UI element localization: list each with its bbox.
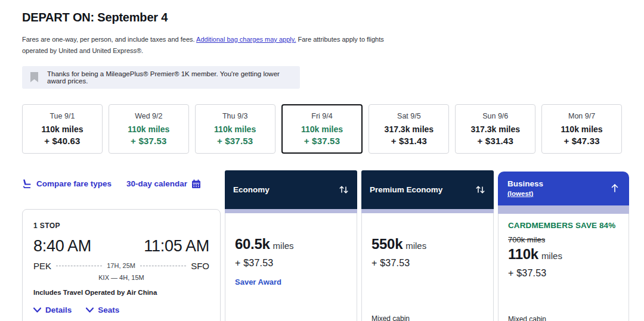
economy-accent-strip xyxy=(225,209,357,213)
date-card-price: + $37.53 xyxy=(109,136,188,146)
date-card-miles: 110k miles xyxy=(283,124,362,134)
date-card-price: + $47.33 xyxy=(542,136,621,146)
depart-time: 8:40 AM xyxy=(33,237,91,255)
date-card-day: Fri 9/4 xyxy=(283,112,362,120)
premium-economy-column-header[interactable]: Premium Economy xyxy=(361,170,494,209)
date-card-day: Sun 9/6 xyxy=(456,112,535,120)
arrive-time: 11:05 AM xyxy=(144,237,209,255)
premium-economy-price: + $37.53 xyxy=(371,258,484,269)
flight-result-card: 1 STOP 8:40 AM 11:05 AM PEK 17H, 25M SFO… xyxy=(22,209,221,321)
date-card-thu-9-3[interactable]: Thu 9/3 110k miles + $37.53 xyxy=(195,104,275,154)
business-header-label: Business xyxy=(507,179,543,188)
route-dash-line xyxy=(140,266,186,266)
date-card-sat-9-5[interactable]: Sat 9/5 317.3k miles + $31.43 xyxy=(369,104,449,154)
date-card-price: + $40.63 xyxy=(23,136,102,146)
details-label: Details xyxy=(45,306,72,314)
origin-code: PEK xyxy=(33,261,51,271)
date-card-miles: 110k miles xyxy=(542,124,621,134)
bag-charges-link[interactable]: Additional bag charges may apply. xyxy=(196,36,296,43)
stops-label: 1 STOP xyxy=(33,222,209,230)
operated-by-note: Includes Travel Operated by Air China xyxy=(33,289,209,296)
sort-icon[interactable] xyxy=(475,185,485,195)
date-card-miles: 317.3k miles xyxy=(456,124,535,134)
date-card-miles: 110k miles xyxy=(23,124,102,134)
date-strip: Tue 9/1 110k miles + $40.63 Wed 9/2 110k… xyxy=(22,104,622,154)
arrow-up-icon[interactable] xyxy=(610,183,620,194)
business-accent-strip xyxy=(498,205,629,214)
economy-price: + $37.53 xyxy=(235,258,347,269)
calendar-icon xyxy=(191,179,201,189)
economy-miles-unit: miles xyxy=(273,241,294,251)
business-header-labels: Business (lowest) xyxy=(507,179,543,197)
business-miles: 110k miles xyxy=(508,246,619,263)
seats-toggle[interactable]: Seats xyxy=(86,306,119,314)
cardmember-promo: CARDMEMBERS SAVE 84% xyxy=(508,221,619,230)
economy-miles: 60.5k miles xyxy=(235,236,347,253)
compare-fare-types-link[interactable]: Compare fare types xyxy=(22,179,112,189)
flight-times: 8:40 AM 11:05 AM xyxy=(33,237,209,255)
flight-links-row: Details Seats xyxy=(33,306,209,314)
date-card-day: Thu 9/3 xyxy=(196,112,275,120)
saver-award-link[interactable]: Saver Award xyxy=(235,278,347,286)
disclaimer-text-pre: Fares are one-way, per person, and inclu… xyxy=(22,36,196,43)
connection-info: KIX — 4H, 15M xyxy=(33,274,209,281)
compare-fare-types-label: Compare fare types xyxy=(36,179,112,188)
member-banner-text: Thanks for being a MileagePlus® Premier®… xyxy=(47,70,293,85)
fare-disclaimer: Fares are one-way, per person, and inclu… xyxy=(22,34,410,57)
page-title: DEPART ON: September 4 xyxy=(22,11,629,24)
original-miles-strikethrough: 700k miles xyxy=(508,235,619,244)
premium-economy-miles-value: 550k xyxy=(371,236,402,253)
thirty-day-calendar-link[interactable]: 30-day calendar xyxy=(126,179,201,189)
business-price: + $37.53 xyxy=(508,268,619,279)
mixed-cabin-note: Mixed cabin xyxy=(508,315,546,321)
premium-economy-fare-cell[interactable]: 550k miles + $37.53 Mixed cabin xyxy=(361,213,494,321)
destination-code: SFO xyxy=(191,261,209,271)
premium-economy-header-label: Premium Economy xyxy=(370,185,442,194)
date-card-miles: 110k miles xyxy=(109,124,188,134)
date-card-wed-9-2[interactable]: Wed 9/2 110k miles + $37.53 xyxy=(109,104,189,154)
fare-tools-row: Compare fare types 30-day calendar xyxy=(22,179,221,189)
seats-label: Seats xyxy=(98,306,119,314)
flight-duration: 17H, 25M xyxy=(107,262,135,269)
premium-economy-miles-unit: miles xyxy=(405,241,426,251)
premium-economy-miles: 550k miles xyxy=(371,236,484,253)
date-card-price: + $37.53 xyxy=(283,136,362,146)
date-card-sun-9-6[interactable]: Sun 9/6 317.3k miles + $31.43 xyxy=(455,104,535,154)
date-card-price: + $37.53 xyxy=(196,136,275,146)
bookmark-icon xyxy=(30,72,38,82)
date-card-fri-9-4-selected[interactable]: Fri 9/4 110k miles + $37.53 xyxy=(281,104,363,154)
date-card-day: Sat 9/5 xyxy=(369,112,448,120)
date-card-day: Wed 9/2 xyxy=(109,112,188,120)
business-column-header[interactable]: Business (lowest) xyxy=(498,172,629,205)
seat-icon xyxy=(22,179,32,189)
business-miles-value: 110k xyxy=(508,246,538,263)
economy-column-header[interactable]: Economy xyxy=(225,170,357,209)
details-toggle[interactable]: Details xyxy=(33,306,72,314)
date-card-day: Mon 9/7 xyxy=(542,112,621,120)
economy-fare-cell[interactable]: 60.5k miles + $37.53 Saver Award xyxy=(225,213,357,321)
economy-column: Economy 60.5k miles + $37.53 Saver Award xyxy=(225,170,357,321)
date-card-miles: 110k miles xyxy=(196,124,275,134)
sort-icon[interactable] xyxy=(339,185,349,195)
premium-economy-column: Premium Economy 550k miles + $37.53 Mixe… xyxy=(361,170,494,321)
business-fare-cell[interactable]: CARDMEMBERS SAVE 84% 700k miles 110k mil… xyxy=(498,214,629,321)
flight-route: PEK 17H, 25M SFO xyxy=(33,261,209,271)
flight-column: Compare fare types 30-day calendar xyxy=(22,170,221,321)
business-miles-unit: miles xyxy=(541,251,562,261)
award-search-results-page: DEPART ON: September 4 Fares are one-way… xyxy=(0,0,644,321)
date-card-mon-9-7[interactable]: Mon 9/7 110k miles + $47.33 xyxy=(541,104,622,154)
route-dash-line xyxy=(56,266,102,266)
economy-miles-value: 60.5k xyxy=(235,236,270,253)
business-lowest-link[interactable]: (lowest) xyxy=(507,190,543,197)
member-banner: Thanks for being a MileagePlus® Premier®… xyxy=(22,66,300,89)
mixed-cabin-note: Mixed cabin xyxy=(371,314,410,321)
date-card-price: + $31.43 xyxy=(369,136,448,146)
results-grid: Compare fare types 30-day calendar xyxy=(22,170,629,321)
date-card-tue-9-1[interactable]: Tue 9/1 110k miles + $40.63 xyxy=(22,104,103,154)
business-column: Business (lowest) CARDMEMBERS SAVE 84% 7… xyxy=(498,170,629,321)
economy-header-label: Economy xyxy=(233,185,270,194)
premium-economy-accent-strip xyxy=(361,209,494,213)
calendar-link-label: 30-day calendar xyxy=(126,179,187,188)
chevron-down-icon xyxy=(33,307,41,313)
chevron-down-icon xyxy=(86,307,94,313)
